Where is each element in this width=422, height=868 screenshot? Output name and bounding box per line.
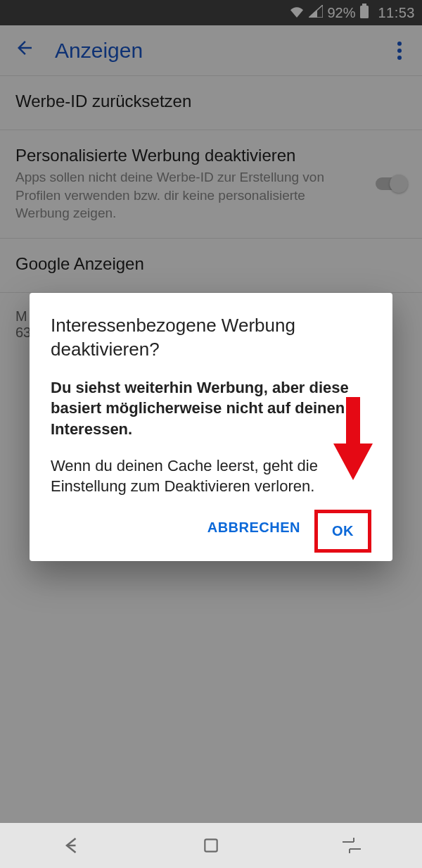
system-nav-bar (0, 823, 422, 868)
dialog-bold-text: Du siehst weiterhin Werbung, aber diese … (51, 377, 371, 440)
dialog-title: Interessenbezogene Werbung deaktivieren? (51, 314, 371, 362)
ok-button[interactable]: OK (318, 513, 368, 549)
nav-home-button[interactable] (198, 832, 224, 859)
svg-rect-2 (205, 839, 217, 851)
dialog-plain-text: Wenn du deinen Cache leerst, geht die Ei… (51, 455, 371, 497)
confirm-dialog: Interessenbezogene Werbung deaktivieren?… (30, 293, 392, 561)
screen: 92% 11:53 Anzeigen Werbe-ID zurücksetzen… (0, 0, 422, 868)
nav-back-button[interactable] (57, 832, 84, 859)
cancel-button[interactable]: ABBRECHEN (193, 510, 314, 553)
nav-recent-button[interactable] (338, 832, 365, 859)
ok-highlight: OK (314, 510, 371, 553)
dialog-actions: ABBRECHEN OK (51, 510, 371, 553)
